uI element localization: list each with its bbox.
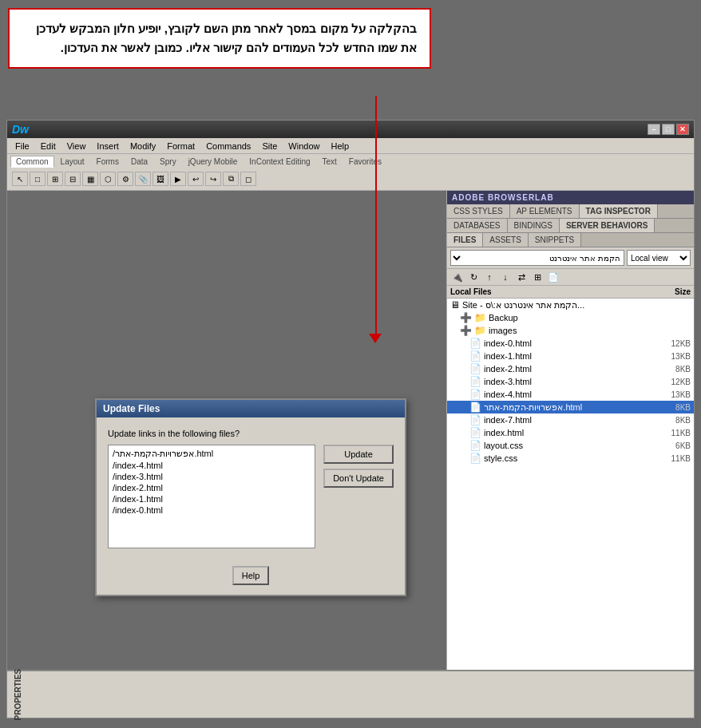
app-logo: Dw bbox=[12, 123, 29, 136]
html-icon: 📄 bbox=[469, 338, 481, 349]
list-item: /index-3.html bbox=[111, 471, 312, 482]
toolbar-tab-favorites[interactable]: Favorites bbox=[343, 156, 387, 168]
toolbar-icon-5[interactable]: ⬡ bbox=[100, 172, 116, 186]
center-area: Update Files Update links in the followi… bbox=[7, 191, 446, 700]
update-button[interactable]: Update bbox=[323, 445, 394, 464]
files-icon2[interactable]: 📄 bbox=[546, 271, 560, 283]
toolbar-icon-9[interactable]: ▶ bbox=[170, 172, 186, 186]
view-dropdown[interactable]: Local view bbox=[627, 250, 691, 266]
help-button[interactable]: Help bbox=[232, 566, 270, 585]
menu-edit[interactable]: Edit bbox=[36, 140, 61, 152]
toolbar-icon-4[interactable]: ▦ bbox=[82, 172, 98, 186]
toolbar-icon-10[interactable]: ↩ bbox=[188, 172, 204, 186]
toolbar-tab-data[interactable]: Data bbox=[125, 156, 153, 168]
toolbar-tab-common[interactable]: Common bbox=[10, 156, 54, 168]
tree-backup[interactable]: ➕ 📁 Backup bbox=[447, 311, 694, 324]
minimize-button[interactable]: – bbox=[648, 124, 660, 135]
tree-index0[interactable]: 📄 index-0.html 12KB bbox=[447, 337, 694, 350]
toolbar-icon-1[interactable]: □ bbox=[30, 172, 46, 186]
browserlab-header: ADOBE BROWSERLAB bbox=[447, 191, 694, 204]
menu-window[interactable]: Window bbox=[283, 140, 324, 152]
toolbar-icon-8[interactable]: 🖼 bbox=[152, 172, 168, 186]
tab-css-styles[interactable]: CSS STYLES bbox=[447, 204, 510, 218]
tab-ap-elements[interactable]: AP ELEMENTS bbox=[510, 204, 580, 218]
index4-size: 13KB bbox=[663, 390, 691, 399]
menu-help[interactable]: Help bbox=[326, 140, 354, 152]
main-content: Update Files Update links in the followi… bbox=[7, 191, 694, 700]
tab-assets[interactable]: ASSETS bbox=[483, 233, 528, 247]
toolbar-icon-11[interactable]: ↪ bbox=[205, 172, 221, 186]
toolbar-tab-text[interactable]: Text bbox=[317, 156, 343, 168]
menu-insert[interactable]: Insert bbox=[92, 140, 124, 152]
menu-format[interactable]: Format bbox=[162, 140, 200, 152]
expand-icon[interactable]: ⊞ bbox=[530, 271, 545, 283]
html-icon7: 📄 bbox=[469, 427, 481, 438]
tab-databases[interactable]: DATABASES bbox=[447, 219, 508, 232]
toolbar-icon-3[interactable]: ⊟ bbox=[65, 172, 81, 186]
tree-index3[interactable]: 📄 index-3.html 12KB bbox=[447, 375, 694, 388]
index0-size: 12KB bbox=[663, 339, 691, 348]
index7-label: index-7.html bbox=[484, 415, 532, 425]
tab-snippets[interactable]: SNIPPETS bbox=[529, 233, 581, 247]
tree-index4[interactable]: 📄 index-4.html 13KB bbox=[447, 388, 694, 401]
tree-style-css[interactable]: 📄 style.css 11KB bbox=[447, 452, 694, 465]
tab-tag-inspector[interactable]: TAG INSPECTOR bbox=[580, 204, 658, 218]
dialog-body: /אפשרויות-הקמת-אתר.html /index-4.html /i… bbox=[108, 445, 394, 548]
tab-server-behaviors[interactable]: SERVER BEHAVIORS bbox=[560, 219, 655, 232]
tree-site-root[interactable]: 🖥 Site - הקמת אתר אינטרנט א:\ס... bbox=[447, 299, 694, 311]
title-bar: Dw – □ ✕ bbox=[7, 121, 694, 138]
maximize-button[interactable]: □ bbox=[662, 124, 675, 135]
tab-bindings[interactable]: BINDINGS bbox=[508, 219, 560, 232]
menu-site[interactable]: Site bbox=[257, 140, 282, 152]
connect-icon[interactable]: 🔌 bbox=[450, 271, 465, 283]
folder-expand-icon2: ➕ bbox=[460, 325, 472, 336]
tree-index[interactable]: 📄 index.html 11KB bbox=[447, 426, 694, 439]
html-icon4: 📄 bbox=[469, 389, 481, 400]
tab-files[interactable]: FILES bbox=[447, 233, 483, 247]
site-dropdown[interactable]: הקמת אתר אינטרנט bbox=[450, 250, 624, 266]
file-list-box: /אפשרויות-הקמת-אתר.html /index-4.html /i… bbox=[108, 445, 315, 548]
arrow-line bbox=[375, 96, 377, 335]
tree-index1[interactable]: 📄 index-1.html 13KB bbox=[447, 350, 694, 362]
toolbar-icon-7[interactable]: 📎 bbox=[135, 172, 151, 186]
tree-images[interactable]: ➕ 📁 images bbox=[447, 324, 694, 337]
toolbar-tab-jquery[interactable]: jQuery Mobile bbox=[183, 156, 244, 168]
index-label: index.html bbox=[484, 428, 524, 437]
panel-tabs-3: FILES ASSETS SNIPPETS bbox=[447, 233, 694, 247]
toolbar-tab-spry[interactable]: Spry bbox=[154, 156, 182, 168]
tree-layout-css[interactable]: 📄 layout.css 6KB bbox=[447, 439, 694, 452]
dialog-title-bar: Update Files bbox=[97, 400, 405, 417]
toolbar-tab-incontext[interactable]: InContext Editing bbox=[244, 156, 315, 168]
close-button[interactable]: ✕ bbox=[676, 124, 689, 135]
index1-size: 13KB bbox=[663, 352, 691, 361]
dont-update-button[interactable]: Don't Update bbox=[323, 469, 394, 488]
toolbar-icon-2[interactable]: ⊞ bbox=[47, 172, 63, 186]
sync-icon[interactable]: ⇄ bbox=[514, 271, 529, 283]
index2-size: 8KB bbox=[663, 365, 691, 374]
toolbar-icon-12[interactable]: ⧉ bbox=[223, 172, 239, 186]
upload-icon[interactable]: ↑ bbox=[482, 271, 497, 283]
file-tree-header: Local Files Size bbox=[447, 286, 694, 299]
tree-afsharyot[interactable]: 📄 אפשרויות-הקמת-אתר.html 8KB bbox=[447, 401, 694, 413]
refresh-icon[interactable]: ↻ bbox=[466, 271, 481, 283]
tree-index7[interactable]: 📄 index-7.html 8KB bbox=[447, 413, 694, 426]
site-icon: 🖥 bbox=[450, 299, 460, 311]
files-toolbar: הקמת אתר אינטרנט Local view bbox=[447, 247, 694, 269]
toolbar-tab-forms[interactable]: Forms bbox=[91, 156, 125, 168]
tree-index2[interactable]: 📄 index-2.html 8KB bbox=[447, 362, 694, 375]
toolbar-icon-cursor[interactable]: ↖ bbox=[12, 172, 28, 186]
dialog-content: Update links in the following files? /אפ… bbox=[97, 417, 405, 560]
toolbar-tab-layout[interactable]: Layout bbox=[55, 156, 90, 168]
menu-modify[interactable]: Modify bbox=[125, 140, 160, 152]
title-bar-buttons: – □ ✕ bbox=[648, 124, 689, 135]
annotation-box: בהקלקה על מקום במסך לאחר מתן השם לקובץ, … bbox=[8, 8, 431, 69]
download-icon[interactable]: ↓ bbox=[498, 271, 513, 283]
arrow-head bbox=[369, 334, 382, 343]
menu-file[interactable]: File bbox=[10, 140, 34, 152]
update-files-dialog: Update Files Update links in the followi… bbox=[95, 398, 406, 596]
menu-commands[interactable]: Commands bbox=[201, 140, 255, 152]
menu-view[interactable]: View bbox=[62, 140, 91, 152]
toolbar-icon-6[interactable]: ⚙ bbox=[117, 172, 133, 186]
toolbar-icon-13[interactable]: ◻ bbox=[240, 172, 256, 186]
index7-size: 8KB bbox=[663, 416, 691, 425]
